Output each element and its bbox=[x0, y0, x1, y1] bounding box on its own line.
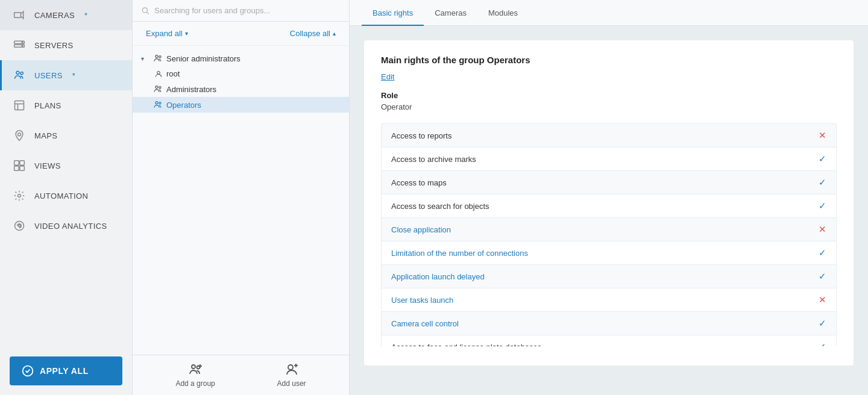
sidebar-item-automation[interactable]: AUTOMATION bbox=[0, 181, 132, 211]
svg-point-21 bbox=[157, 71, 160, 74]
user-icon bbox=[154, 70, 163, 78]
servers-icon bbox=[13, 39, 26, 52]
add-user-button[interactable]: Add user bbox=[277, 362, 306, 388]
rights-row-app-launch-delayed: Application launch delayed ✓ bbox=[382, 265, 836, 288]
group-icon-3 bbox=[153, 100, 163, 110]
svg-point-23 bbox=[159, 87, 161, 89]
sidebar-label-views: VIEWS bbox=[34, 161, 61, 170]
sidebar-label-maps: MAPS bbox=[34, 131, 57, 140]
search-input[interactable] bbox=[154, 6, 341, 15]
rights-list: Access to reports ✕ Access to archive ma… bbox=[381, 123, 837, 346]
rights-row-close-application: Close application ✕ bbox=[382, 218, 836, 241]
middle-panel: Expand all ▾ Collapse all ▴ ▾ Senior adm… bbox=[133, 0, 350, 395]
add-user-icon bbox=[285, 362, 299, 377]
svg-point-19 bbox=[156, 55, 158, 58]
apply-check-icon bbox=[22, 365, 34, 377]
svg-point-15 bbox=[18, 225, 20, 226]
sidebar-label-video-analytics: VIDEO ANALYTICS bbox=[34, 222, 107, 231]
tab-modules[interactable]: Modules bbox=[477, 0, 529, 26]
cross-icon-4: ✕ bbox=[819, 224, 826, 235]
svg-point-4 bbox=[22, 45, 23, 46]
search-icon bbox=[141, 6, 149, 15]
rights-row-camera-cell: Camera cell control ✓ bbox=[382, 312, 836, 335]
tree-actions: Expand all ▾ Collapse all ▴ bbox=[133, 22, 349, 46]
tabs-bar: Basic rights Cameras Modules bbox=[350, 0, 868, 26]
tree-node-senior-admins[interactable]: ▾ Senior administrators bbox=[133, 51, 349, 66]
camera-icon bbox=[13, 8, 26, 22]
svg-point-30 bbox=[288, 365, 293, 370]
rights-row-access-maps: Access to maps ✓ bbox=[382, 171, 836, 194]
role-label: Role bbox=[381, 91, 837, 100]
rights-row-archive-marks: Access to archive marks ✓ bbox=[382, 148, 836, 171]
sidebar-item-video-analytics[interactable]: VIDEO ANALYTICS bbox=[0, 211, 132, 241]
svg-rect-10 bbox=[20, 161, 25, 166]
sidebar-label-automation: AUTOMATION bbox=[34, 191, 88, 201]
content-area: Main rights of the group Operators Edit … bbox=[350, 26, 868, 395]
group-icon-2 bbox=[153, 84, 163, 94]
video-analytics-icon bbox=[13, 219, 26, 232]
svg-rect-9 bbox=[14, 161, 19, 166]
add-group-label: Add a group bbox=[175, 379, 215, 388]
rights-row-face-license: Access to face and license plate databas… bbox=[382, 335, 836, 346]
sidebar-item-plans[interactable]: PLANS bbox=[0, 90, 132, 120]
plans-icon bbox=[13, 99, 26, 112]
bottom-actions: Add a group Add user bbox=[133, 355, 349, 395]
add-group-button[interactable]: Add a group bbox=[175, 362, 215, 388]
users-icon bbox=[13, 69, 26, 82]
sidebar-item-cameras[interactable]: CAMERAS * bbox=[0, 0, 132, 30]
svg-point-8 bbox=[18, 133, 21, 136]
sidebar-label-plans: PLANS bbox=[34, 101, 61, 110]
svg-point-24 bbox=[156, 102, 158, 104]
check-icon-8: ✓ bbox=[819, 318, 826, 329]
content-card: Main rights of the group Operators Edit … bbox=[364, 40, 854, 365]
svg-point-6 bbox=[20, 72, 23, 75]
svg-rect-12 bbox=[20, 166, 25, 171]
check-icon-2: ✓ bbox=[819, 177, 826, 188]
svg-point-22 bbox=[156, 86, 158, 89]
cross-icon-7: ✕ bbox=[819, 294, 826, 305]
check-icon-1: ✓ bbox=[819, 154, 826, 164]
edit-link[interactable]: Edit bbox=[381, 72, 394, 81]
rights-row-search-objects: Access to search for objects ✓ bbox=[382, 194, 836, 218]
sidebar-item-users[interactable]: USERS * bbox=[0, 60, 132, 90]
automation-icon bbox=[13, 189, 26, 202]
rights-row-user-tasks: User tasks launch ✕ bbox=[382, 288, 836, 312]
svg-point-5 bbox=[16, 71, 19, 74]
tree-node-operators[interactable]: ▾ Operators bbox=[133, 97, 349, 113]
check-icon-5: ✓ bbox=[819, 247, 826, 258]
collapse-all-button[interactable]: Collapse all ▴ bbox=[286, 28, 339, 39]
group-icon bbox=[153, 54, 163, 63]
sidebar-item-servers[interactable]: SERVERS bbox=[0, 30, 132, 60]
sidebar: CAMERAS * SERVERS USERS * bbox=[0, 0, 133, 395]
sidebar-item-views[interactable]: VIEWS bbox=[0, 151, 132, 181]
svg-point-25 bbox=[159, 102, 161, 104]
svg-point-16 bbox=[23, 366, 33, 376]
rights-list-container: Access to reports ✕ Access to archive ma… bbox=[381, 123, 837, 346]
apply-all-button[interactable]: APPLY ALL bbox=[10, 356, 122, 385]
sidebar-label-users: USERS bbox=[34, 71, 63, 80]
svg-point-14 bbox=[15, 222, 24, 231]
main-content: Basic rights Cameras Modules Main rights… bbox=[350, 0, 868, 395]
tree-container: ▾ Senior administrators root ▾ bbox=[133, 46, 349, 355]
svg-rect-11 bbox=[14, 166, 19, 171]
tab-basic-rights[interactable]: Basic rights bbox=[362, 0, 424, 26]
search-bar bbox=[133, 0, 349, 22]
expand-all-button[interactable]: Expand all ▾ bbox=[142, 28, 192, 39]
svg-rect-7 bbox=[15, 101, 24, 110]
sidebar-label-cameras: CAMERAS bbox=[34, 11, 75, 20]
check-icon-9: ✓ bbox=[819, 341, 826, 346]
tree-node-root[interactable]: root bbox=[133, 66, 349, 81]
svg-line-18 bbox=[147, 12, 149, 14]
cross-icon-0: ✕ bbox=[819, 130, 826, 141]
rights-row-limitation-connections: Limitation of the number of connections … bbox=[382, 241, 836, 265]
add-user-label: Add user bbox=[277, 379, 306, 388]
svg-point-26 bbox=[192, 365, 195, 369]
svg-point-20 bbox=[159, 56, 161, 58]
sidebar-item-maps[interactable]: MAPS bbox=[0, 120, 132, 151]
card-title: Main rights of the group Operators bbox=[381, 55, 837, 65]
tree-node-administrators[interactable]: ▾ Administrators bbox=[133, 81, 349, 97]
role-value: Operator bbox=[381, 102, 837, 111]
check-icon-6: ✓ bbox=[819, 271, 826, 282]
tab-cameras[interactable]: Cameras bbox=[424, 0, 477, 26]
check-icon-3: ✓ bbox=[819, 201, 826, 211]
